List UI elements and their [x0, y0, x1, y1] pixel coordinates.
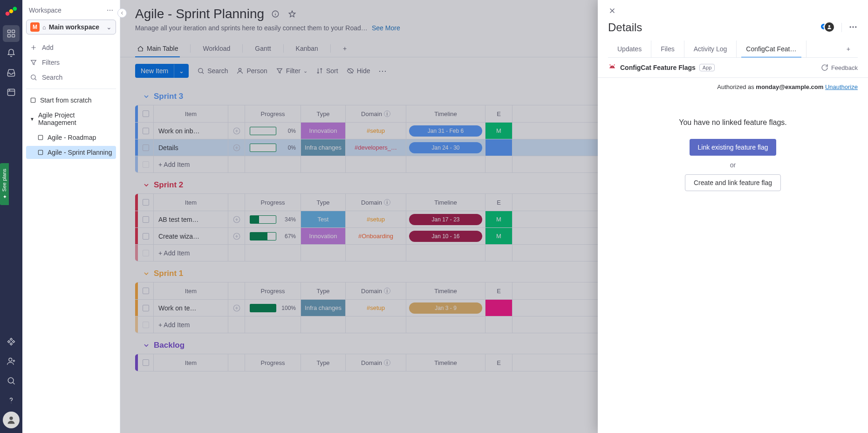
rail-notifications[interactable] — [3, 45, 20, 62]
expand-icon[interactable] — [228, 300, 245, 316]
unauthorize-link[interactable]: Unauthorize — [825, 83, 858, 90]
effort-cell[interactable]: M — [485, 123, 513, 139]
rail-my-work[interactable] — [3, 84, 20, 101]
add-item-button[interactable]: + Add Item — [154, 316, 228, 333]
item-name[interactable]: Create wiza… — [154, 228, 228, 244]
timeline-cell[interactable]: Jan 3 - 9 — [406, 300, 485, 316]
panel-tab-add[interactable]: + — [839, 41, 858, 57]
expand-icon[interactable] — [228, 139, 245, 156]
type-cell[interactable]: Infra changes — [301, 300, 346, 316]
col-type: Type — [301, 105, 346, 122]
panel-more-button[interactable] — [848, 22, 858, 33]
progress-cell[interactable]: 67% — [245, 228, 301, 244]
add-item-button[interactable]: + Add Item — [154, 156, 228, 172]
tool-search[interactable]: Search — [197, 67, 228, 75]
sidebar-filters[interactable]: Filters — [26, 56, 116, 69]
select-all-checkbox[interactable] — [138, 194, 154, 211]
effort-cell[interactable] — [485, 139, 513, 156]
row-checkbox[interactable] — [138, 300, 154, 316]
tab-kanban[interactable]: Kanban — [294, 40, 320, 57]
sidebar-add[interactable]: Add — [26, 41, 116, 54]
row-checkbox[interactable] — [138, 123, 154, 139]
nav-start-from-scratch[interactable]: Start from scratch — [26, 94, 116, 107]
expand-icon[interactable] — [228, 123, 245, 139]
progress-cell[interactable]: 100% — [245, 300, 301, 316]
add-item-button[interactable]: + Add Item — [154, 245, 228, 261]
panel-members[interactable]: + — [820, 21, 835, 34]
timeline-cell[interactable]: Jan 31 - Feb 6 — [406, 123, 485, 139]
workspace-menu-icon[interactable]: ⋯ — [107, 7, 113, 14]
create-flag-button[interactable]: Create and link feature flag — [685, 174, 781, 191]
expand-icon[interactable] — [228, 228, 245, 244]
domain-cell[interactable]: #setup — [346, 300, 406, 316]
item-name[interactable]: Work on inb… — [154, 123, 228, 139]
chevron-down-icon[interactable]: ⌄ — [174, 64, 189, 78]
row-checkbox[interactable] — [138, 228, 154, 244]
rail-invite[interactable] — [3, 353, 20, 370]
workspace-selector[interactable]: M ⌂ Main workspace ⌄ — [26, 20, 116, 34]
rail-apps[interactable] — [3, 333, 20, 350]
expand-icon[interactable] — [228, 211, 245, 227]
select-all-checkbox[interactable] — [138, 282, 154, 299]
col-type: Type — [301, 282, 346, 299]
progress-cell[interactable]: 0% — [245, 123, 301, 139]
panel-tab-configcat[interactable]: ConfigCat Feature … — [737, 41, 806, 57]
monday-logo-icon[interactable] — [5, 5, 18, 18]
sidebar-collapse-handle[interactable] — [117, 8, 127, 18]
row-checkbox[interactable] — [138, 211, 154, 227]
item-name[interactable]: Details — [154, 139, 228, 156]
tab-workload[interactable]: Workload — [201, 40, 232, 57]
panel-close-button[interactable] — [608, 7, 858, 16]
item-name[interactable]: Work on te… — [154, 300, 228, 316]
panel-tab-updates[interactable]: Updates — [608, 41, 651, 57]
timeline-cell[interactable]: Jan 17 - 23 — [406, 211, 485, 227]
effort-cell[interactable]: M — [485, 228, 513, 244]
nav-folder-agile[interactable]: ▼Agile Project Management — [26, 109, 116, 129]
tool-more[interactable]: ⋯ — [378, 66, 387, 76]
tab-add[interactable]: + — [341, 40, 349, 57]
see-plans-ribbon[interactable]: ✦ See plans — [0, 163, 9, 205]
type-cell[interactable]: Innovation — [301, 123, 346, 139]
rail-inbox[interactable] — [3, 64, 20, 81]
timeline-cell[interactable]: Jan 10 - 16 — [406, 228, 485, 244]
panel-tab-activity[interactable]: Activity Log — [684, 41, 737, 57]
domain-cell[interactable]: #setup — [346, 123, 406, 139]
new-item-button[interactable]: New Item ⌄ — [135, 64, 189, 78]
item-name[interactable]: AB test tem… — [154, 211, 228, 227]
row-checkbox[interactable] — [138, 139, 154, 156]
type-cell[interactable]: Innovation — [301, 228, 346, 244]
sidebar-search[interactable]: Search — [26, 71, 116, 84]
progress-cell[interactable]: 34% — [245, 211, 301, 227]
effort-cell[interactable] — [485, 300, 513, 316]
star-icon[interactable] — [287, 8, 298, 20]
rail-help[interactable] — [3, 392, 20, 409]
tab-main-table[interactable]: Main Table — [135, 40, 180, 57]
effort-cell[interactable]: M — [485, 211, 513, 227]
panel-tab-files[interactable]: Files — [651, 41, 684, 57]
link-flag-button[interactable]: Link existing feature flag — [690, 139, 777, 156]
type-cell[interactable]: Infra changes — [301, 139, 346, 156]
select-all-checkbox[interactable] — [138, 105, 154, 122]
tool-person[interactable]: Person — [236, 67, 267, 75]
domain-cell[interactable]: #setup — [346, 211, 406, 227]
nav-agile-roadmap[interactable]: Agile - Roadmap — [26, 131, 116, 144]
domain-cell[interactable]: #developers_… — [346, 139, 406, 156]
nav-agile-sprint-planning[interactable]: Agile - Sprint Planning — [26, 146, 116, 159]
tab-gantt[interactable]: Gantt — [253, 40, 273, 57]
tool-hide[interactable]: Hide — [347, 67, 370, 75]
rail-search[interactable] — [3, 372, 20, 389]
progress-cell[interactable]: 0% — [245, 139, 301, 156]
feedback-button[interactable]: Feedback — [821, 64, 858, 71]
tool-sort[interactable]: Sort — [316, 67, 338, 75]
tool-filter[interactable]: Filter ⌄ — [276, 67, 308, 75]
domain-cell[interactable]: #Onboarding — [346, 228, 406, 244]
workspace-header: Workspace — [29, 7, 62, 14]
panel-title: Details — [608, 21, 642, 34]
rail-user-avatar[interactable] — [3, 412, 20, 428]
info-icon[interactable] — [270, 8, 281, 20]
see-more-link[interactable]: See More — [372, 24, 400, 32]
select-all-checkbox[interactable] — [138, 354, 154, 371]
timeline-cell[interactable]: Jan 24 - 30 — [406, 139, 485, 156]
rail-workspaces[interactable] — [3, 25, 20, 42]
type-cell[interactable]: Test — [301, 211, 346, 227]
